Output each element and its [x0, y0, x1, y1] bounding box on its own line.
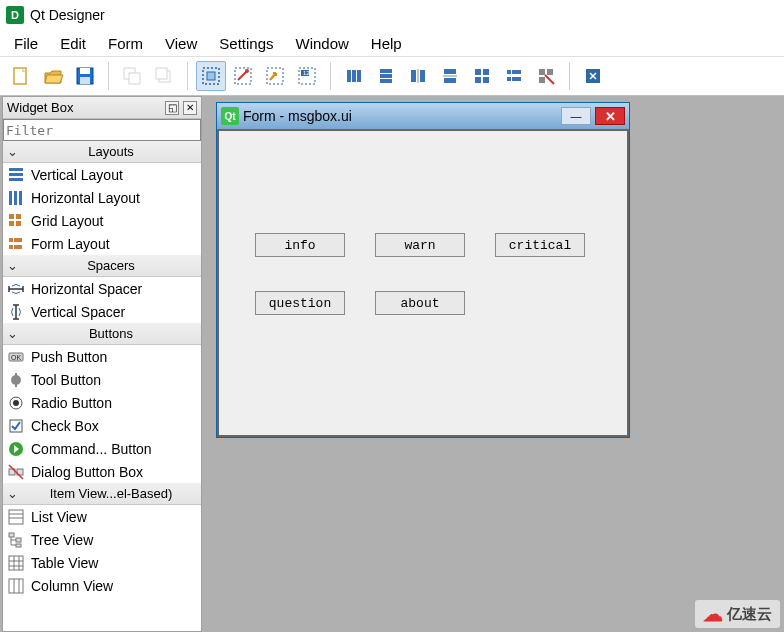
- button-question[interactable]: question: [255, 291, 345, 315]
- menu-edit[interactable]: Edit: [50, 33, 96, 54]
- toolbar-edit-tab-order-icon[interactable]: 123: [292, 61, 322, 91]
- toolbar-sep: [330, 62, 331, 90]
- form-layout-icon: [7, 235, 25, 253]
- widget-vertical-spacer[interactable]: Vertical Spacer: [3, 300, 201, 323]
- svg-rect-18: [357, 70, 361, 82]
- svg-rect-9: [207, 72, 215, 80]
- radio-button-icon: [7, 394, 25, 412]
- toolbar-layout-h-icon[interactable]: [339, 61, 369, 91]
- category-buttons[interactable]: ⌄Buttons: [3, 323, 201, 345]
- widget-table-view[interactable]: Table View: [3, 551, 201, 574]
- svg-text:OK: OK: [11, 354, 21, 361]
- menu-settings[interactable]: Settings: [209, 33, 283, 54]
- command-link-button-icon: [7, 440, 25, 458]
- toolbar-save-icon[interactable]: [70, 61, 100, 91]
- category-item-views[interactable]: ⌄Item View...el-Based): [3, 483, 201, 505]
- toolbar-open-icon[interactable]: [38, 61, 68, 91]
- button-critical[interactable]: critical: [495, 233, 585, 257]
- toolbar-paste-icon[interactable]: [149, 61, 179, 91]
- toolbar-edit-widgets-icon[interactable]: [196, 61, 226, 91]
- toolbar-sep: [569, 62, 570, 90]
- widget-push-button[interactable]: OKPush Button: [3, 345, 201, 368]
- widget-horizontal-spacer[interactable]: Horizontal Spacer: [3, 277, 201, 300]
- widget-tree-view[interactable]: Tree View: [3, 528, 201, 551]
- app-title: Qt Designer: [30, 7, 105, 23]
- horizontal-layout-icon: [7, 189, 25, 207]
- widget-horizontal-layout[interactable]: Horizontal Layout: [3, 186, 201, 209]
- grid-layout-icon: [7, 212, 25, 230]
- svg-rect-52: [9, 245, 13, 249]
- button-warn[interactable]: warn: [375, 233, 465, 257]
- form-canvas[interactable]: info warn critical question about: [217, 129, 629, 437]
- toolbar-sep: [108, 62, 109, 90]
- svg-rect-35: [512, 77, 521, 81]
- dock-float-icon[interactable]: ◱: [165, 101, 179, 115]
- widget-list-view[interactable]: List View: [3, 505, 201, 528]
- toolbar-edit-signals-icon[interactable]: [228, 61, 258, 91]
- widget-grid-layout[interactable]: Grid Layout: [3, 209, 201, 232]
- vertical-spacer-icon: [7, 303, 25, 321]
- svg-rect-43: [9, 191, 12, 205]
- push-button-icon: OK: [7, 348, 25, 366]
- widget-dialog-button-box[interactable]: Dialog Button Box: [3, 460, 201, 483]
- category-spacers[interactable]: ⌄Spacers: [3, 255, 201, 277]
- menu-help[interactable]: Help: [361, 33, 412, 54]
- svg-rect-70: [16, 544, 21, 547]
- widget-command-link-button[interactable]: Command... Button: [3, 437, 201, 460]
- widget-vertical-layout[interactable]: Vertical Layout: [3, 163, 201, 186]
- widget-check-box[interactable]: Check Box: [3, 414, 201, 437]
- svg-rect-19: [380, 69, 392, 73]
- svg-rect-25: [444, 69, 456, 74]
- toolbar-break-layout-icon[interactable]: [531, 61, 561, 91]
- svg-text:123: 123: [303, 70, 314, 76]
- svg-rect-30: [475, 77, 481, 83]
- menu-window[interactable]: Window: [285, 33, 358, 54]
- svg-rect-22: [411, 70, 416, 82]
- svg-rect-57: [15, 373, 17, 377]
- toolbar-copy-icon[interactable]: [117, 61, 147, 91]
- svg-rect-21: [380, 79, 392, 83]
- toolbar-layout-hsplit-icon[interactable]: [403, 61, 433, 91]
- toolbar-layout-vsplit-icon[interactable]: [435, 61, 465, 91]
- button-info[interactable]: info: [255, 233, 345, 257]
- svg-rect-50: [9, 238, 13, 242]
- toolbar-new-icon[interactable]: [6, 61, 36, 91]
- svg-rect-76: [9, 579, 23, 593]
- form-subwindow[interactable]: Qt Form - msgbox.ui — ✕ info warn critic…: [216, 102, 630, 438]
- widget-column-view[interactable]: Column View: [3, 574, 201, 597]
- svg-rect-28: [475, 69, 481, 75]
- dock-close-icon[interactable]: ✕: [183, 101, 197, 115]
- widget-box-header: Widget Box ◱ ✕: [3, 97, 201, 119]
- svg-rect-34: [507, 77, 511, 81]
- button-about[interactable]: about: [375, 291, 465, 315]
- widget-box-filter-input[interactable]: [3, 119, 201, 141]
- widget-radio-button[interactable]: Radio Button: [3, 391, 201, 414]
- svg-rect-51: [14, 238, 22, 242]
- expand-icon: ⌄: [3, 326, 21, 341]
- table-view-icon: [7, 554, 25, 572]
- svg-rect-17: [352, 70, 356, 82]
- svg-rect-16: [347, 70, 351, 82]
- toolbar-edit-buddies-icon[interactable]: [260, 61, 290, 91]
- toolbar-layout-v-icon[interactable]: [371, 61, 401, 91]
- widget-form-layout[interactable]: Form Layout: [3, 232, 201, 255]
- toolbar-adjust-size-icon[interactable]: [578, 61, 608, 91]
- watermark-text: 亿速云: [727, 605, 772, 624]
- toolbar-layout-form-icon[interactable]: [499, 61, 529, 91]
- qt-icon: Qt: [221, 107, 239, 125]
- menu-view[interactable]: View: [155, 33, 207, 54]
- form-titlebar[interactable]: Qt Form - msgbox.ui — ✕: [217, 103, 629, 129]
- svg-rect-29: [483, 69, 489, 75]
- menu-form[interactable]: Form: [98, 33, 153, 54]
- toolbar: 123: [0, 56, 784, 96]
- svg-rect-31: [483, 77, 489, 83]
- category-layouts[interactable]: ⌄Layouts: [3, 141, 201, 163]
- toolbar-layout-grid-icon[interactable]: [467, 61, 497, 91]
- svg-rect-58: [15, 383, 17, 387]
- widget-tool-button[interactable]: Tool Button: [3, 368, 201, 391]
- minimize-icon[interactable]: —: [561, 107, 591, 125]
- svg-rect-42: [9, 178, 23, 181]
- close-icon[interactable]: ✕: [595, 107, 625, 125]
- check-box-icon: [7, 417, 25, 435]
- menu-file[interactable]: File: [4, 33, 48, 54]
